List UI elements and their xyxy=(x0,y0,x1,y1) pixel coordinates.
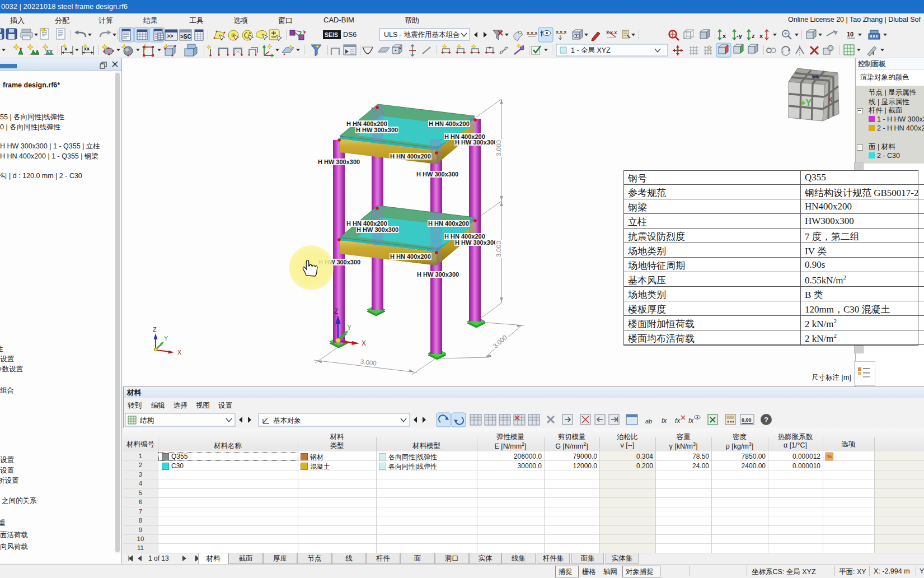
svg-text:-y: -y xyxy=(737,32,743,39)
svg-text:0,00: 0,00 xyxy=(742,417,752,423)
svg-text:基本对象: 基本对象 xyxy=(273,417,301,425)
svg-text:DS6: DS6 xyxy=(343,31,357,39)
svg-text:z: z xyxy=(752,32,755,39)
svg-text:Y: Y xyxy=(164,335,168,342)
svg-text:SEIS: SEIS xyxy=(325,31,338,38)
svg-text:X: X xyxy=(177,349,182,356)
svg-text:>>: >> xyxy=(167,33,173,39)
svg-text:X: X xyxy=(828,95,833,104)
svg-text:fx: fx xyxy=(688,417,694,425)
svg-text:fx: fx xyxy=(675,417,681,425)
svg-text:Z: Z xyxy=(334,307,338,315)
svg-text:结构: 结构 xyxy=(140,417,154,425)
svg-text:ab: ab xyxy=(645,418,652,425)
svg-text:X.X.X: X.X.X xyxy=(556,30,566,35)
svg-text:Z: Z xyxy=(153,326,157,333)
svg-text:fx: fx xyxy=(662,417,667,425)
svg-text:+Y: +Y xyxy=(800,98,812,108)
svg-text:X.X.X: X.X.X xyxy=(527,31,537,36)
svg-text:>SC: >SC xyxy=(180,34,191,40)
svg-text:x: x xyxy=(759,32,763,39)
svg-text:X: X xyxy=(362,339,366,347)
svg-text:x: x xyxy=(723,32,726,39)
svg-text:I: I xyxy=(873,50,874,56)
svg-text:ULS - 地震作用基本组合: ULS - 地震作用基本组合 xyxy=(384,31,459,39)
svg-text:1 - 全局 XYZ: 1 - 全局 XYZ xyxy=(571,46,611,54)
svg-text:10: 10 xyxy=(847,31,853,38)
svg-text:Y: Y xyxy=(347,324,351,332)
svg-text:?: ? xyxy=(764,416,768,424)
